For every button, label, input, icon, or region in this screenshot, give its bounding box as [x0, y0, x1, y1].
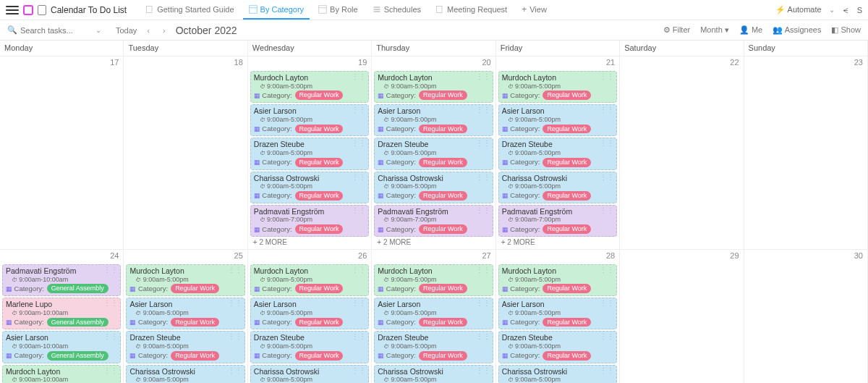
search-box[interactable]: 🔍 ⌄ — [7, 25, 109, 35]
event-card[interactable]: Charissa Ostrowski9:00am-5:00pmCategory:… — [126, 365, 244, 384]
event-card[interactable]: Murdoch Layton9:00am-5:00pmCategory:Regu… — [250, 264, 369, 296]
event-card[interactable]: Drazen Steube9:00am-5:00pmCategory:Regul… — [250, 331, 369, 363]
event-card[interactable]: Asier Larson9:00am-5:00pmCategory:Regula… — [250, 298, 369, 329]
drag-handle-icon[interactable]: ⋮⋮ — [103, 299, 118, 308]
drag-handle-icon[interactable]: ⋮⋮ — [600, 299, 614, 308]
menu-icon[interactable] — [6, 6, 19, 14]
drag-handle-icon[interactable]: ⋮⋮ — [103, 266, 118, 274]
tab-getting-started[interactable]: Getting Started Guide — [140, 1, 239, 20]
event-card[interactable]: Asier Larson9:00am-5:00pmCategory:Regula… — [374, 104, 493, 136]
event-card[interactable]: Charissa Ostrowski9:00am-5:00pmCategory:… — [498, 365, 617, 384]
drag-handle-icon[interactable]: ⋮⋮ — [352, 332, 366, 341]
event-card[interactable]: Murdoch Layton9:00am-5:00pmCategory:Regu… — [498, 71, 617, 103]
drag-handle-icon[interactable]: ⋮⋮ — [476, 139, 490, 148]
drag-handle-icon[interactable]: ⋮⋮ — [476, 206, 490, 215]
calendar-cell[interactable]: 21Murdoch Layton9:00am-5:00pmCategory:Re… — [496, 56, 620, 250]
drag-handle-icon[interactable]: ⋮⋮ — [600, 206, 614, 215]
event-card[interactable]: Drazen Steube9:00am-5:00pmCategory:Regul… — [250, 138, 369, 169]
next-month-icon[interactable]: › — [160, 26, 169, 35]
event-card[interactable]: Asier Larson9:00am-5:00pmCategory:Regula… — [250, 104, 369, 136]
drag-handle-icon[interactable]: ⋮⋮ — [600, 266, 614, 274]
drag-handle-icon[interactable]: ⋮⋮ — [228, 366, 242, 375]
event-card[interactable]: Padmavati Engström9:00am-7:00pmCategory:… — [374, 205, 493, 237]
event-card[interactable]: Murdoch Layton9:00am-5:00pmCategory:Regu… — [498, 264, 617, 296]
event-card[interactable]: Drazen Steube9:00am-5:00pmCategory:Regul… — [374, 331, 493, 363]
event-card[interactable]: Drazen Steube9:00am-5:00pmCategory:Regul… — [498, 331, 617, 363]
tab-meeting-request[interactable]: Meeting Request — [430, 1, 513, 20]
drag-handle-icon[interactable]: ⋮⋮ — [352, 173, 366, 182]
event-card[interactable]: Murdoch Layton9:00am-5:00pmCategory:Regu… — [374, 71, 493, 103]
drag-handle-icon[interactable]: ⋮⋮ — [103, 366, 118, 375]
search-chevron-icon[interactable]: ⌄ — [95, 26, 101, 34]
drag-handle-icon[interactable]: ⋮⋮ — [476, 173, 490, 182]
workspace-icon[interactable] — [23, 5, 33, 15]
drag-handle-icon[interactable]: ⋮⋮ — [228, 266, 242, 274]
automate-button[interactable]: ⚡ Automate — [775, 5, 822, 14]
event-card[interactable]: Murdoch Layton9:00am-10:00amCategory:Gen… — [2, 365, 121, 384]
show-button[interactable]: ◧ Show — [831, 25, 861, 35]
event-card[interactable]: Drazen Steube9:00am-5:00pmCategory:Regul… — [498, 138, 617, 169]
more-events-link[interactable]: + 2 MORE — [250, 237, 369, 248]
calendar-cell[interactable]: 27Murdoch Layton9:00am-5:00pmCategory:Re… — [372, 250, 495, 383]
drag-handle-icon[interactable]: ⋮⋮ — [352, 206, 366, 215]
event-card[interactable]: Asier Larson9:00am-5:00pmCategory:Regula… — [126, 298, 244, 329]
drag-handle-icon[interactable]: ⋮⋮ — [352, 299, 366, 308]
drag-handle-icon[interactable]: ⋮⋮ — [476, 106, 490, 114]
drag-handle-icon[interactable]: ⋮⋮ — [476, 332, 490, 341]
event-card[interactable]: Asier Larson9:00am-5:00pmCategory:Regula… — [374, 298, 493, 329]
drag-handle-icon[interactable]: ⋮⋮ — [228, 332, 242, 341]
add-view-button[interactable]: +View — [516, 0, 553, 20]
event-card[interactable]: Asier Larson9:00am-5:00pmCategory:Regula… — [498, 298, 617, 329]
drag-handle-icon[interactable]: ⋮⋮ — [352, 72, 366, 81]
event-card[interactable]: Padmavati Engström9:00am-7:00pmCategory:… — [498, 205, 617, 237]
event-card[interactable]: Padmavati Engström9:00am-10:00amCategory… — [2, 264, 121, 296]
calendar-cell[interactable]: 18 — [124, 56, 247, 250]
drag-handle-icon[interactable]: ⋮⋮ — [352, 266, 366, 274]
drag-handle-icon[interactable]: ⋮⋮ — [352, 106, 366, 114]
drag-handle-icon[interactable]: ⋮⋮ — [600, 366, 614, 375]
drag-handle-icon[interactable]: ⋮⋮ — [600, 139, 614, 148]
event-card[interactable]: Charissa Ostrowski9:00am-5:00pmCategory:… — [250, 365, 369, 384]
event-card[interactable]: Drazen Steube9:00am-5:00pmCategory:Regul… — [374, 138, 493, 169]
event-card[interactable]: Charissa Ostrowski9:00am-5:00pmCategory:… — [374, 365, 493, 384]
drag-handle-icon[interactable]: ⋮⋮ — [476, 72, 490, 81]
event-card[interactable]: Charissa Ostrowski9:00am-5:00pmCategory:… — [374, 172, 493, 203]
assignees-filter[interactable]: 👥 Assignees — [773, 25, 821, 35]
prev-month-icon[interactable]: ‹ — [144, 26, 153, 35]
drag-handle-icon[interactable]: ⋮⋮ — [476, 299, 490, 308]
calendar-cell[interactable]: 20Murdoch Layton9:00am-5:00pmCategory:Re… — [372, 56, 495, 250]
drag-handle-icon[interactable]: ⋮⋮ — [600, 106, 614, 114]
drag-handle-icon[interactable]: ⋮⋮ — [103, 332, 118, 341]
automate-chevron-icon[interactable]: ⌄ — [829, 6, 835, 14]
event-card[interactable]: Asier Larson9:00am-5:00pmCategory:Regula… — [498, 104, 617, 136]
calendar-cell[interactable]: 24Padmavati Engström9:00am-10:00amCatego… — [0, 250, 124, 383]
calendar-cell[interactable]: 22 — [620, 56, 744, 250]
event-card[interactable]: Marlene Lupo9:00am-10:00amCategory:Gener… — [2, 298, 121, 329]
me-filter[interactable]: 👤 Me — [739, 25, 762, 35]
event-card[interactable]: Murdoch Layton9:00am-5:00pmCategory:Regu… — [126, 264, 244, 296]
more-events-link[interactable]: + 2 MORE — [374, 237, 493, 248]
today-button[interactable]: Today — [116, 26, 137, 35]
event-card[interactable]: Padmavati Engström9:00am-7:00pmCategory:… — [250, 205, 369, 237]
calendar-cell[interactable]: 30 — [744, 250, 868, 383]
calendar-cell[interactable]: 28Murdoch Layton9:00am-5:00pmCategory:Re… — [496, 250, 620, 383]
drag-handle-icon[interactable]: ⋮⋮ — [600, 72, 614, 81]
calendar-cell[interactable]: 26Murdoch Layton9:00am-5:00pmCategory:Re… — [248, 250, 372, 383]
drag-handle-icon[interactable]: ⋮⋮ — [476, 266, 490, 274]
period-select[interactable]: Month ▾ — [700, 25, 729, 35]
drag-handle-icon[interactable]: ⋮⋮ — [228, 299, 242, 308]
calendar-cell[interactable]: 29 — [620, 250, 744, 383]
drag-handle-icon[interactable]: ⋮⋮ — [600, 173, 614, 182]
event-card[interactable]: Charissa Ostrowski9:00am-5:00pmCategory:… — [250, 172, 369, 203]
share-icon[interactable]: ⪪ — [842, 6, 850, 14]
tab-schedules[interactable]: Schedules — [367, 1, 427, 20]
event-card[interactable]: Asier Larson9:00am-10:00amCategory:Gener… — [2, 331, 121, 363]
calendar-cell[interactable]: 19Murdoch Layton9:00am-5:00pmCategory:Re… — [248, 56, 372, 250]
event-card[interactable]: Murdoch Layton9:00am-5:00pmCategory:Regu… — [374, 264, 493, 296]
drag-handle-icon[interactable]: ⋮⋮ — [352, 366, 366, 375]
calendar-cell[interactable]: 23 — [744, 56, 868, 250]
search-input[interactable] — [20, 26, 93, 35]
drag-handle-icon[interactable]: ⋮⋮ — [476, 366, 490, 375]
drag-handle-icon[interactable]: ⋮⋮ — [352, 139, 366, 148]
calendar-cell[interactable]: 17 — [0, 56, 124, 250]
